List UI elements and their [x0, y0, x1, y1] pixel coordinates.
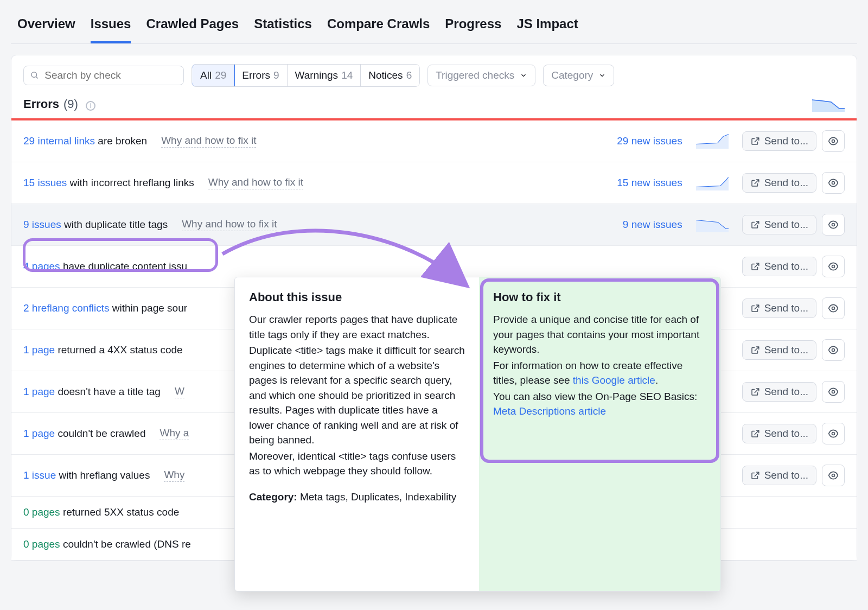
errors-title: Errors [23, 97, 59, 111]
issue-text[interactable]: 1 page returned a 4XX status code [23, 344, 183, 356]
issue-popup: About this issue Our crawler reports pag… [234, 277, 721, 592]
share-arrow-icon [750, 429, 760, 439]
share-arrow-icon [750, 471, 760, 480]
info-icon[interactable]: i [86, 101, 95, 111]
popup-google-article-link[interactable]: this Google article [573, 374, 655, 386]
errors-count: (9) [63, 97, 78, 111]
popup-about-column: About this issue Our crawler reports pag… [235, 277, 479, 591]
issue-text[interactable]: 0 pages returned 5XX status code [23, 506, 179, 518]
svg-point-2 [832, 140, 835, 143]
hide-button[interactable] [822, 130, 845, 152]
svg-point-7 [832, 349, 835, 352]
hide-button[interactable] [822, 339, 845, 361]
tab-overview[interactable]: Overview [17, 16, 75, 43]
sparkline-icon [696, 175, 729, 190]
issue-text[interactable]: 4 pages have duplicate content issu [23, 260, 187, 272]
sparkline-icon [696, 259, 729, 274]
issue-row: 15 issues with incorrect hreflang linksW… [11, 162, 857, 204]
why-fix-link[interactable]: Why and how to fix it [182, 218, 277, 231]
issue-text[interactable]: 9 issues with duplicate title tags [23, 219, 168, 231]
chevron-down-icon [598, 72, 606, 79]
svg-point-6 [832, 307, 835, 310]
filter-notices[interactable]: Notices6 [361, 65, 419, 86]
search-input-wrapper[interactable] [23, 66, 184, 85]
tab-issues[interactable]: Issues [91, 16, 131, 43]
sparkline-header [812, 97, 845, 112]
tab-statistics[interactable]: Statistics [254, 16, 312, 43]
issue-row: 29 internal links are brokenWhy and how … [11, 120, 857, 162]
hide-button[interactable] [822, 423, 845, 444]
popup-fix-para-3: You can also view the On-Page SEO Basics… [493, 389, 706, 419]
why-fix-link[interactable]: W [175, 385, 184, 398]
send-to-button[interactable]: Send to... [742, 424, 816, 443]
popup-about-para-1: Our crawler reports pages that have dupl… [249, 312, 465, 342]
hide-button[interactable] [822, 381, 845, 403]
sparkline-icon [696, 217, 729, 232]
filter-errors[interactable]: Errors9 [234, 65, 287, 86]
issue-row: 9 issues with duplicate title tagsWhy an… [11, 204, 857, 246]
new-issues-link[interactable]: 15 new issues [617, 177, 682, 189]
triggered-checks-dropdown[interactable]: Triggered checks [427, 65, 535, 86]
svg-line-1 [36, 77, 37, 78]
svg-point-8 [832, 391, 835, 393]
popup-fix-para-2: For information on how to create effecti… [493, 358, 706, 388]
send-to-button[interactable]: Send to... [742, 382, 816, 402]
eye-icon [828, 345, 839, 355]
tab-crawled-pages[interactable]: Crawled Pages [146, 16, 239, 43]
popup-fix-title: How to fix it [493, 290, 706, 304]
chevron-down-icon [520, 72, 527, 79]
share-arrow-icon [750, 387, 760, 397]
tab-compare-crawls[interactable]: Compare Crawls [327, 16, 430, 43]
issue-text[interactable]: 2 hreflang conflicts within page sour [23, 302, 187, 314]
why-fix-link[interactable]: Why [164, 469, 184, 482]
why-fix-link[interactable]: Why and how to fix it [208, 176, 303, 189]
hide-button[interactable] [822, 214, 845, 236]
filter-warnings[interactable]: Warnings14 [288, 65, 361, 86]
svg-point-3 [832, 182, 835, 185]
eye-icon [828, 136, 839, 147]
issue-text[interactable]: 1 page couldn't be crawled [23, 428, 145, 440]
why-fix-link[interactable]: Why and how to fix it [161, 135, 256, 148]
issue-text[interactable]: 0 pages couldn't be crawled (DNS re [23, 538, 191, 550]
new-issues-link[interactable]: 29 new issues [617, 135, 682, 147]
eye-icon [828, 219, 839, 230]
hide-button[interactable] [822, 256, 845, 277]
send-to-button[interactable]: Send to... [742, 131, 816, 151]
eye-icon [828, 386, 839, 397]
share-arrow-icon [750, 262, 760, 271]
share-arrow-icon [750, 345, 760, 355]
issue-text[interactable]: 1 page doesn't have a title tag [23, 386, 161, 398]
category-dropdown[interactable]: Category [543, 65, 614, 86]
share-arrow-icon [750, 220, 760, 230]
send-to-button[interactable]: Send to... [742, 215, 816, 234]
svg-point-5 [832, 265, 835, 268]
hide-button[interactable] [822, 297, 845, 319]
send-to-button[interactable]: Send to... [742, 340, 816, 360]
filter-all[interactable]: All29 [192, 64, 235, 87]
svg-point-4 [832, 224, 835, 226]
eye-icon [828, 177, 839, 188]
send-to-button[interactable]: Send to... [742, 466, 816, 485]
eye-icon [828, 261, 839, 272]
search-input[interactable] [44, 69, 177, 81]
tab-js-impact[interactable]: JS Impact [516, 16, 578, 43]
popup-about-para-2: Duplicate <title> tags make it difficult… [249, 343, 465, 448]
filter-segments: All29 Errors9 Warnings14 Notices6 [192, 64, 420, 87]
popup-meta-descriptions-link[interactable]: Meta Descriptions article [493, 405, 606, 417]
hide-button[interactable] [822, 172, 845, 194]
popup-fix-para-1: Provide a unique and concise title for e… [493, 312, 706, 357]
send-to-button[interactable]: Send to... [742, 173, 816, 193]
popup-category: Category: Meta tags, Duplicates, Indexab… [249, 490, 465, 505]
issue-text[interactable]: 1 issue with hreflang values [23, 469, 150, 481]
svg-point-10 [832, 474, 835, 477]
search-icon [30, 71, 39, 80]
new-issues-link[interactable]: 9 new issues [623, 219, 682, 231]
issue-text[interactable]: 15 issues with incorrect hreflang links [23, 177, 194, 189]
why-fix-link[interactable]: Why a [159, 427, 189, 440]
hide-button[interactable] [822, 465, 845, 486]
send-to-button[interactable]: Send to... [742, 298, 816, 318]
share-arrow-icon [750, 178, 760, 188]
issue-text[interactable]: 29 internal links are broken [23, 135, 147, 147]
send-to-button[interactable]: Send to... [742, 257, 816, 276]
tab-progress[interactable]: Progress [445, 16, 501, 43]
